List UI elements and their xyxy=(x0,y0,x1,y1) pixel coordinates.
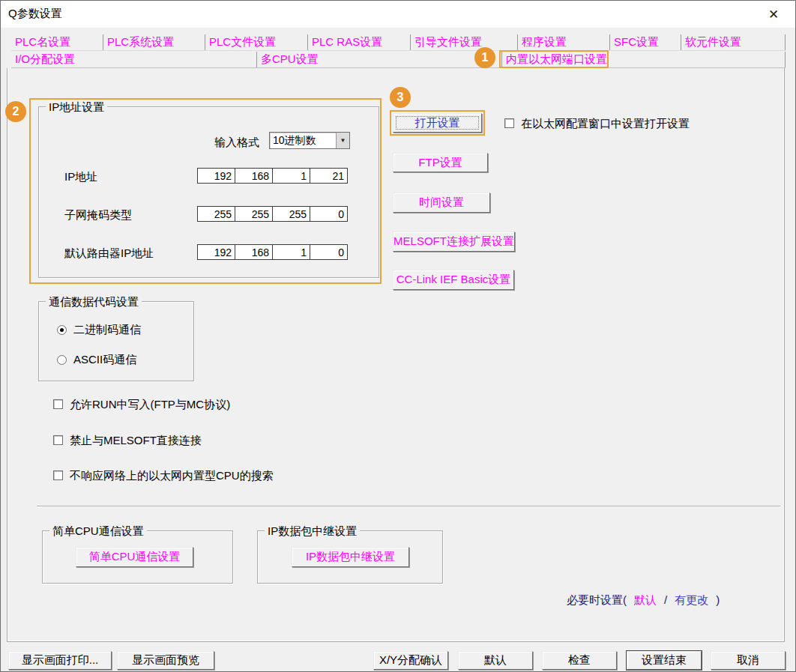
disable-melsoft-direct-label[interactable]: 禁止与MELSOFT直接连接 xyxy=(70,434,202,448)
router-octet-4[interactable]: 0 xyxy=(310,244,348,260)
display-screen-print-button[interactable]: 显示画面打印... xyxy=(8,651,112,670)
ip-address-input: 192 168 1 21 xyxy=(197,168,348,184)
open-settings-in-ethernet-config-checkbox[interactable] xyxy=(504,118,514,128)
time-settings-button[interactable]: 时间设置 xyxy=(393,193,490,213)
annotation-badge-2: 2 xyxy=(5,101,26,122)
tab-builtin-ethernet-port[interactable]: 内置以太网端口设置 xyxy=(501,52,786,67)
allow-run-write-checkbox[interactable] xyxy=(53,399,63,409)
subnet-octet-3[interactable]: 255 xyxy=(272,206,310,222)
required-note-separator: / xyxy=(664,593,667,608)
required-note-prefix: 必要时设置( xyxy=(567,593,627,608)
tab-boot-file[interactable]: 引导文件设置 xyxy=(410,34,517,50)
router-octet-3[interactable]: 1 xyxy=(272,244,310,260)
cclink-ief-basic-settings-button[interactable]: CC-Link IEF Basic设置 xyxy=(393,270,514,290)
input-format-value: 10进制数 xyxy=(270,134,336,148)
input-format-label: 输入格式 xyxy=(214,136,259,150)
subnet-mask-input: 255 255 255 0 xyxy=(197,206,348,222)
title-bar: Q参数设置 ✕ xyxy=(1,1,795,28)
end-settings-button[interactable]: 设置结束 xyxy=(627,651,702,670)
simple-cpu-comm-group-title: 简单CPU通信设置 xyxy=(49,524,147,539)
ftp-settings-button[interactable]: FTP设置 xyxy=(393,153,488,172)
subnet-octet-2[interactable]: 255 xyxy=(235,206,273,222)
tab-device[interactable]: 软元件设置 xyxy=(681,34,786,50)
window-title: Q参数设置 xyxy=(8,7,62,21)
check-button[interactable]: 检查 xyxy=(542,651,617,670)
ip-packet-relay-settings-button[interactable]: IP数据包中继设置 xyxy=(292,547,409,567)
xy-assignment-check-button[interactable]: X/Y分配确认 xyxy=(373,651,448,670)
tab-plc-system[interactable]: PLC系统设置 xyxy=(103,34,205,50)
tab-program[interactable]: 程序设置 xyxy=(517,34,609,50)
subnet-octet-1[interactable]: 255 xyxy=(197,206,235,222)
default-router-label: 默认路由器IP地址 xyxy=(64,246,154,261)
required-note-changed: 有更改 xyxy=(675,593,708,608)
close-icon[interactable]: ✕ xyxy=(761,4,786,25)
chevron-down-icon[interactable]: ▼ xyxy=(336,133,349,148)
binary-code-radio[interactable] xyxy=(57,325,67,335)
ascii-code-radio-label[interactable]: ASCII码通信 xyxy=(73,353,136,367)
ascii-code-radio[interactable] xyxy=(57,355,67,365)
annotation-badge-3: 3 xyxy=(390,87,411,108)
open-settings-button[interactable]: 打开设置 xyxy=(393,113,482,133)
subnet-mask-label: 子网掩码类型 xyxy=(64,208,132,223)
default-router-input: 192 168 1 0 xyxy=(197,244,348,260)
required-note-default: 默认 xyxy=(634,593,657,608)
no-response-cpu-search-checkbox[interactable] xyxy=(53,470,63,480)
simple-cpu-comm-settings-button[interactable]: 简单CPU通信设置 xyxy=(76,547,193,567)
comm-data-code-group-title: 通信数据代码设置 xyxy=(46,295,142,309)
ip-octet-3[interactable]: 1 xyxy=(272,168,310,184)
tab-row-1: PLC名设置 PLC系统设置 PLC文件设置 PLC RAS设置 引导文件设置 … xyxy=(11,34,786,51)
tab-io-assignment[interactable]: I/O分配设置 xyxy=(11,52,256,67)
tab-sfc[interactable]: SFC设置 xyxy=(609,34,681,50)
tab-plc-ras[interactable]: PLC RAS设置 xyxy=(307,34,410,50)
tab-row-2: I/O分配设置 多CPU设置 内置以太网端口设置 xyxy=(11,52,786,68)
required-note-suffix: ) xyxy=(716,593,720,608)
ip-address-label: IP地址 xyxy=(64,170,97,184)
ip-octet-1[interactable]: 192 xyxy=(197,168,235,184)
no-response-cpu-search-label[interactable]: 不响应网络上的以太网内置型CPU的搜索 xyxy=(70,469,274,483)
subnet-octet-4[interactable]: 0 xyxy=(310,206,348,222)
separator-line xyxy=(37,506,780,507)
ip-octet-2[interactable]: 168 xyxy=(235,168,273,184)
router-octet-1[interactable]: 192 xyxy=(197,244,235,260)
tab-plc-file[interactable]: PLC文件设置 xyxy=(205,34,307,50)
ip-packet-relay-group-title: IP数据包中继设置 xyxy=(265,524,360,539)
ip-octet-4[interactable]: 21 xyxy=(310,168,348,184)
default-button[interactable]: 默认 xyxy=(458,651,533,670)
melsoft-connection-ext-settings-button[interactable]: MELSOFT连接扩展设置 xyxy=(393,231,515,252)
disable-melsoft-direct-checkbox[interactable] xyxy=(53,435,63,445)
display-screen-preview-button[interactable]: 显示画面预览 xyxy=(117,651,214,670)
ip-settings-group-title: IP地址设置 xyxy=(46,100,107,115)
input-format-dropdown[interactable]: 10进制数 ▼ xyxy=(269,132,350,149)
annotation-badge-1: 1 xyxy=(474,47,495,68)
q-parameter-settings-dialog: Q参数设置 ✕ PLC名设置 PLC系统设置 PLC文件设置 PLC RAS设置… xyxy=(0,0,796,672)
cancel-button[interactable]: 取消 xyxy=(711,651,786,670)
allow-run-write-label[interactable]: 允许RUN中写入(FTP与MC协议) xyxy=(70,398,230,412)
router-octet-2[interactable]: 168 xyxy=(235,244,273,260)
required-note: 必要时设置( 默认 / 有更改 ) xyxy=(567,593,720,608)
tab-multi-cpu[interactable]: 多CPU设置 xyxy=(256,52,501,67)
tab-plc-name[interactable]: PLC名设置 xyxy=(11,34,103,50)
comm-data-code-group: 通信数据代码设置 xyxy=(38,301,194,381)
open-settings-checkbox-label[interactable]: 在以太网配置窗口中设置打开设置 xyxy=(521,117,690,131)
binary-code-radio-label[interactable]: 二进制码通信 xyxy=(73,323,141,337)
